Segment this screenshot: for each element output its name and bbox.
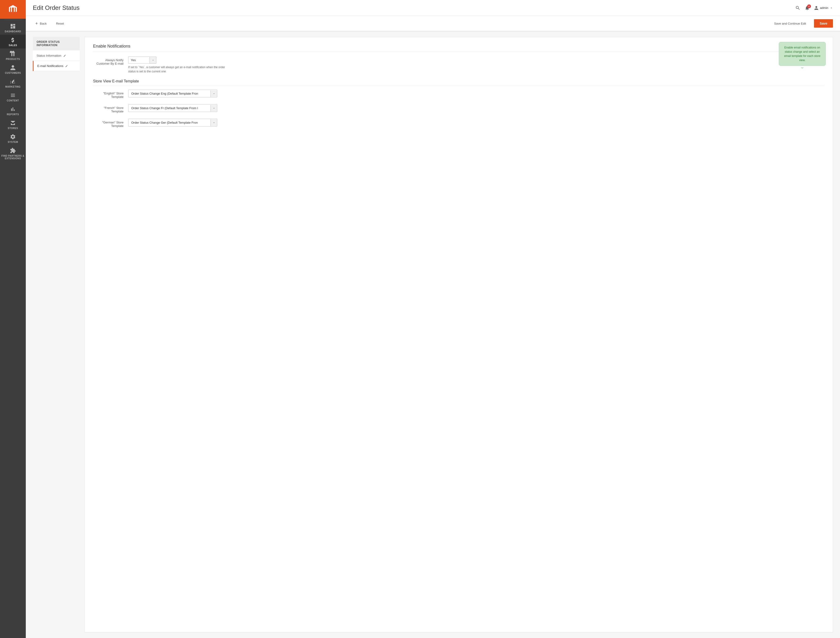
french-store-arrow <box>210 105 217 112</box>
stores-icon <box>10 120 16 126</box>
left-panel: ORDER STATUS INFORMATION Status Informat… <box>33 37 80 632</box>
save-continue-button[interactable]: Save and Continue Edit <box>771 20 810 27</box>
sidebar-item-customers-label: CUSTOMERS <box>5 72 21 74</box>
german-store-select-wrapper: Order Status Change Ger (Default Templat… <box>128 119 217 126</box>
form-section-title: Enable Notifications <box>93 44 824 52</box>
always-notify-row: Always Notify Customer By E-mail Yes No … <box>93 57 824 74</box>
always-notify-label: Always Notify Customer By E-mail <box>93 57 123 65</box>
search-icon <box>795 5 800 11</box>
sidebar-item-dashboard-label: DASHBOARD <box>5 30 21 33</box>
tooltip-bubble: Enable email notifications on status cha… <box>779 42 826 66</box>
english-store-select[interactable]: Order Status Change Eng (Default Templat… <box>128 90 210 97</box>
french-store-select[interactable]: Order Status Change Fr (Default Template… <box>128 104 210 112</box>
pencil-icon <box>63 54 66 57</box>
back-button[interactable]: Back <box>33 21 49 27</box>
back-arrow-icon <box>35 22 38 25</box>
german-store-label: "German" Store Template <box>93 119 123 128</box>
search-button[interactable] <box>795 5 800 11</box>
chevron-down-icon <box>830 6 833 9</box>
dropdown-arrow-french-icon <box>213 107 215 110</box>
sidebar: DASHBOARD SALES PRODUCTS CUSTOMERS MARKE… <box>0 0 26 638</box>
english-store-arrow <box>210 90 217 97</box>
customers-icon <box>10 65 16 71</box>
always-notify-select-arrow <box>150 57 156 63</box>
always-notify-control: Yes No If set to `Yes`, a customer will … <box>128 57 824 74</box>
english-store-label: "English" Store Template <box>93 90 123 99</box>
back-label: Back <box>40 22 47 25</box>
dropdown-arrow-english-icon <box>213 92 215 95</box>
sidebar-item-system[interactable]: SYSTEM <box>0 131 26 145</box>
dropdown-arrow-icon <box>152 59 155 62</box>
form-area: Enable email notifications on status cha… <box>84 37 833 632</box>
reset-label: Reset <box>56 22 64 25</box>
english-store-control: Order Status Change Eng (Default Templat… <box>128 90 824 98</box>
nav-item-email-notifications[interactable]: E-mail Notifications <box>33 61 80 71</box>
german-store-row: "German" Store Template Order Status Cha… <box>93 119 824 128</box>
reset-button[interactable]: Reset <box>54 21 66 27</box>
sidebar-item-content[interactable]: CONTENT <box>0 90 26 104</box>
sidebar-item-reports-label: REPORTS <box>7 113 19 116</box>
dropdown-arrow-german-icon <box>213 121 215 124</box>
nav-item-email-label: E-mail Notifications <box>37 64 63 68</box>
reports-icon <box>10 106 16 112</box>
always-notify-select[interactable]: Yes No <box>128 57 150 63</box>
magento-logo-icon <box>8 4 18 14</box>
nav-item-status-information[interactable]: Status Information <box>33 51 80 61</box>
products-icon <box>10 51 16 57</box>
notification-badge: 4 <box>807 5 811 8</box>
german-store-control: Order Status Change Ger (Default Templat… <box>128 119 824 126</box>
french-store-select-wrapper: Order Status Change Fr (Default Template… <box>128 104 217 112</box>
save-button[interactable]: Save <box>814 19 833 28</box>
sidebar-item-system-label: SYSTEM <box>8 141 18 143</box>
french-store-control: Order Status Change Fr (Default Template… <box>128 104 824 112</box>
content-icon <box>10 92 16 98</box>
store-view-section-title: Store View E-mail Template <box>93 79 824 86</box>
header-actions: 4 admin <box>795 5 833 11</box>
sidebar-item-find-partners-label: FIND PARTNERS & EXTENSIONS <box>1 155 25 160</box>
french-store-label: "French" Store Template <box>93 104 123 113</box>
sidebar-item-stores-label: STORES <box>8 127 18 129</box>
english-store-select-wrapper: Order Status Change Eng (Default Templat… <box>128 90 217 98</box>
page-title: Edit Order Status <box>33 4 79 11</box>
admin-menu-button[interactable]: admin <box>814 6 833 10</box>
sales-icon <box>10 37 16 43</box>
sidebar-item-find-partners[interactable]: FIND PARTNERS & EXTENSIONS <box>0 145 26 162</box>
sidebar-item-marketing[interactable]: MARKETING <box>0 76 26 90</box>
user-icon <box>814 6 819 10</box>
sidebar-item-dashboard[interactable]: DASHBOARD <box>0 21 26 35</box>
sidebar-item-products[interactable]: PRODUCTS <box>0 49 26 62</box>
sidebar-logo <box>0 0 26 19</box>
notifications-button[interactable]: 4 <box>805 5 810 11</box>
sidebar-item-products-label: PRODUCTS <box>6 58 20 60</box>
sidebar-item-reports[interactable]: REPORTS <box>0 104 26 118</box>
marketing-icon <box>10 79 16 85</box>
german-store-select[interactable]: Order Status Change Ger (Default Templat… <box>128 119 210 126</box>
tooltip-text: Enable email notifications on status cha… <box>784 46 821 62</box>
nav-item-status-info-label: Status Information <box>36 54 62 57</box>
english-store-row: "English" Store Template Order Status Ch… <box>93 90 824 99</box>
left-panel-heading: ORDER STATUS INFORMATION <box>33 37 80 50</box>
sidebar-item-customers[interactable]: CUSTOMERS <box>0 62 26 76</box>
dashboard-icon <box>10 23 16 29</box>
sidebar-item-sales-label: SALES <box>9 44 17 47</box>
german-store-arrow <box>210 120 217 126</box>
extensions-icon <box>10 148 16 154</box>
top-header: Edit Order Status 4 admin <box>26 0 840 16</box>
sidebar-item-marketing-label: MARKETING <box>5 85 21 88</box>
admin-label: admin <box>820 6 828 9</box>
toolbar: Back Reset Save and Continue Edit Save <box>26 16 840 32</box>
french-store-row: "French" Store Template Order Status Cha… <box>93 104 824 113</box>
pencil-active-icon <box>65 65 68 68</box>
always-notify-select-wrapper: Yes No <box>128 57 156 64</box>
system-icon <box>10 134 16 140</box>
always-notify-hint: If set to `Yes`, a customer will always … <box>128 65 227 74</box>
main-area: Edit Order Status 4 admin <box>26 0 840 638</box>
sidebar-item-stores[interactable]: STORES <box>0 118 26 131</box>
sidebar-item-sales[interactable]: SALES <box>0 35 26 49</box>
sidebar-item-content-label: CONTENT <box>7 99 19 102</box>
content-area: ORDER STATUS INFORMATION Status Informat… <box>26 32 840 638</box>
